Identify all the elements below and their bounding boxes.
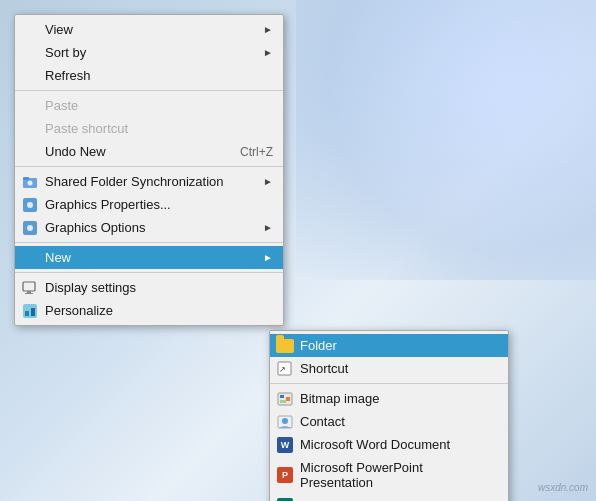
folder-icon: [276, 337, 294, 355]
svg-rect-16: [280, 395, 284, 398]
arrow-icon: ►: [263, 24, 273, 35]
svg-rect-1: [23, 177, 29, 180]
menu-item-undo-new[interactable]: Undo New Ctrl+Z: [15, 140, 283, 163]
separator: [270, 383, 508, 384]
svg-rect-7: [23, 282, 35, 291]
shared-folder-icon: [21, 173, 39, 191]
separator: [15, 242, 283, 243]
desktop: View ► Sort by ► Refresh Paste Paste sho…: [0, 0, 596, 501]
arrow-icon: ►: [263, 176, 273, 187]
svg-rect-8: [27, 291, 31, 293]
svg-text:↗: ↗: [279, 365, 286, 374]
new-submenu: Folder ↗ Shortcut Bitmap image: [269, 330, 509, 501]
menu-item-new[interactable]: New ►: [15, 246, 283, 269]
menu-item-view[interactable]: View ►: [15, 18, 283, 41]
menu-item-undo-new-label: Undo New: [45, 144, 106, 159]
menu-item-view-label: View: [45, 22, 73, 37]
bitmap-icon: [276, 390, 294, 408]
submenu-item-contact[interactable]: Contact: [270, 410, 508, 433]
submenu-item-publisher[interactable]: P Microsoft Publisher Document: [270, 494, 508, 501]
menu-item-new-label: New: [45, 250, 71, 265]
svg-point-20: [282, 418, 288, 424]
menu-item-refresh[interactable]: Refresh: [15, 64, 283, 87]
arrow-icon: ►: [263, 252, 273, 263]
menu-item-sort-by-label: Sort by: [45, 45, 86, 60]
svg-point-2: [28, 180, 33, 185]
menu-item-personalize[interactable]: Personalize: [15, 299, 283, 322]
display-settings-icon: [21, 279, 39, 297]
context-menu: View ► Sort by ► Refresh Paste Paste sho…: [14, 14, 284, 326]
submenu-item-folder[interactable]: Folder: [270, 334, 508, 357]
svg-point-6: [27, 225, 33, 231]
undo-shortcut: Ctrl+Z: [240, 145, 273, 159]
arrow-icon: ►: [263, 47, 273, 58]
svg-rect-9: [25, 293, 33, 294]
submenu-item-contact-label: Contact: [300, 414, 345, 429]
menu-item-display-settings-label: Display settings: [45, 280, 136, 295]
arrow-icon: ►: [263, 222, 273, 233]
personalize-icon: [21, 302, 39, 320]
graphics-properties-icon: [21, 196, 39, 214]
svg-point-4: [27, 202, 33, 208]
contact-icon: [276, 413, 294, 431]
submenu-item-word[interactable]: W Microsoft Word Document: [270, 433, 508, 456]
menu-item-graphics-options[interactable]: Graphics Options ►: [15, 216, 283, 239]
submenu-item-shortcut-label: Shortcut: [300, 361, 348, 376]
menu-item-paste-label: Paste: [45, 98, 78, 113]
separator: [15, 166, 283, 167]
submenu-item-bitmap[interactable]: Bitmap image: [270, 387, 508, 410]
menu-item-shared-folder-label: Shared Folder Synchronization: [45, 174, 224, 189]
menu-item-graphics-options-label: Graphics Options: [45, 220, 145, 235]
submenu-item-bitmap-label: Bitmap image: [300, 391, 379, 406]
svg-rect-12: [31, 308, 35, 316]
pub-icon: P: [276, 497, 294, 502]
separator: [15, 272, 283, 273]
submenu-item-shortcut[interactable]: ↗ Shortcut: [270, 357, 508, 380]
svg-rect-17: [286, 397, 290, 401]
submenu-item-word-label: Microsoft Word Document: [300, 437, 450, 452]
menu-item-graphics-properties-label: Graphics Properties...: [45, 197, 171, 212]
menu-item-personalize-label: Personalize: [45, 303, 113, 318]
submenu-item-powerpoint-label: Microsoft PowerPoint Presentation: [300, 460, 498, 490]
menu-item-paste-shortcut-label: Paste shortcut: [45, 121, 128, 136]
separator: [15, 90, 283, 91]
ppt-icon: P: [276, 466, 294, 484]
shortcut-icon: ↗: [276, 360, 294, 378]
submenu-item-powerpoint[interactable]: P Microsoft PowerPoint Presentation: [270, 456, 508, 494]
menu-item-paste-shortcut: Paste shortcut: [15, 117, 283, 140]
menu-item-sort-by[interactable]: Sort by ►: [15, 41, 283, 64]
word-icon: W: [276, 436, 294, 454]
menu-item-display-settings[interactable]: Display settings: [15, 276, 283, 299]
menu-item-shared-folder[interactable]: Shared Folder Synchronization ►: [15, 170, 283, 193]
menu-item-paste: Paste: [15, 94, 283, 117]
menu-item-graphics-properties[interactable]: Graphics Properties...: [15, 193, 283, 216]
svg-rect-11: [25, 311, 29, 316]
svg-rect-18: [280, 400, 286, 403]
menu-item-refresh-label: Refresh: [45, 68, 91, 83]
submenu-item-folder-label: Folder: [300, 338, 337, 353]
graphics-options-icon: [21, 219, 39, 237]
watermark: wsxdn.com: [538, 482, 588, 493]
